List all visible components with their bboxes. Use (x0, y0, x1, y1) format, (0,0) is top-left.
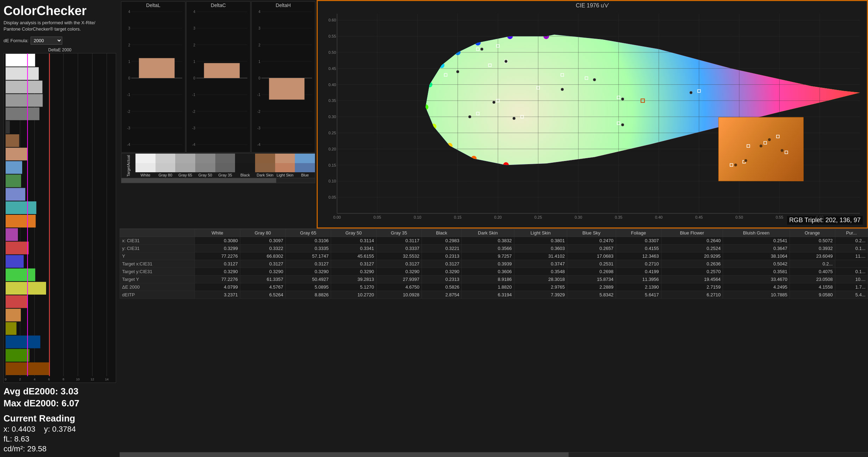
swatch-column: Gray 50 (195, 154, 215, 178)
cell: 2.9765 (514, 283, 567, 291)
column-header: Gray 35 (376, 229, 422, 237)
cell: 4.6750 (376, 283, 422, 291)
cell: 38.1064 (723, 252, 790, 260)
cell: 0.2698 (567, 268, 616, 275)
row-label: Target x:CIE31 (120, 260, 195, 268)
cell: 0.3127 (376, 260, 422, 268)
cell: 0.2470 (567, 237, 616, 244)
row-label: y: CIE31 (120, 244, 195, 252)
row-label-header (120, 229, 195, 237)
charts-row: DeltaL DeltaC DeltaH (121, 1, 315, 153)
cell: 0.2710 (616, 260, 661, 268)
swatch-column: White (135, 154, 156, 178)
column-header: Orange (790, 229, 835, 237)
swatch-colors: WhiteGray 80Gray 65Gray 50Gray 35BlackDa… (135, 154, 315, 178)
cell: 57.1747 (285, 252, 331, 260)
cell: 6.5264 (240, 291, 285, 298)
table-body: x: CIE310.30800.30970.31060.31140.31170.… (120, 237, 868, 298)
cell: 77.2276 (195, 252, 240, 260)
cell: 0.2... (835, 237, 868, 244)
cell: 0.5042 (723, 260, 790, 268)
column-header: Light Skin (514, 229, 567, 237)
de-formula-select[interactable]: 2000 1976 1994 CMC (31, 37, 62, 45)
current-fl: fL: 8.63 (4, 435, 116, 444)
cell: 0.3127 (422, 260, 461, 268)
swatches-scrollbar[interactable] (121, 178, 315, 183)
cell: 39.2813 (331, 275, 376, 283)
cell: 27.9397 (376, 275, 422, 283)
cell: 0.2983 (422, 237, 461, 244)
cell: 7.3929 (514, 291, 567, 298)
cell: 0.3127 (240, 260, 285, 268)
cell: 0.3290 (195, 268, 240, 275)
cell: 11.... (835, 252, 868, 260)
max-de2000: Max dE2000: 6.07 (4, 398, 116, 410)
swatch-label: Gray 65 (175, 172, 195, 178)
swatch-label: Gray 80 (156, 172, 176, 178)
swatch-column: Blue (295, 154, 315, 178)
cell: 31.4102 (514, 252, 567, 260)
cell: 50.4927 (285, 275, 331, 283)
cell: 77.2276 (195, 275, 240, 283)
cell: 0.3832 (462, 237, 514, 244)
cell: 0.3290 (331, 268, 376, 275)
swatch-target (295, 163, 315, 173)
table-scrollbar[interactable] (120, 452, 868, 457)
de-formula-label: dE Formula: (4, 38, 28, 43)
cell: 0.3581 (723, 268, 790, 275)
swatch-target (156, 163, 176, 173)
row-label: x: CIE31 (120, 237, 195, 244)
cell: 19.4564 (661, 275, 723, 283)
cell: 0.4075 (790, 268, 835, 275)
table-row: y: CIE310.32990.33220.33350.33410.33370.… (120, 244, 868, 252)
data-table: WhiteGray 80Gray 65Gray 50Gray 35BlackDa… (120, 229, 868, 299)
cell: 61.3357 (240, 275, 285, 283)
cell: 10.7885 (723, 291, 790, 298)
table-row: x: CIE310.30800.30970.31060.31140.31170.… (120, 237, 868, 244)
cell: 0.2524 (661, 244, 723, 252)
delta-h-chart: DeltaH (251, 1, 315, 153)
delta-l-inner (121, 9, 185, 153)
current-x: x: 0.4403 (4, 425, 36, 433)
cie-panel: CIE 1976 u'v' RGB Triplet: 202, 136, 97 (317, 0, 868, 228)
deltae-chart-title: DeltaE 2000 (4, 47, 116, 52)
cell: 0.2531 (567, 260, 616, 268)
delta-e-chart (4, 53, 116, 383)
swatch-target (195, 163, 215, 173)
swatch-actual (215, 154, 235, 163)
cell: 0.3080 (195, 237, 240, 244)
swatch-label: White (135, 172, 156, 178)
row-label: Y (120, 252, 195, 260)
swatch-side-labels: Actual Target (121, 154, 135, 178)
column-header: Gray 50 (331, 229, 376, 237)
table-row: Target x:CIE310.31270.31270.31270.31270.… (120, 260, 868, 268)
cell: 10.0928 (376, 291, 422, 298)
cell: 17.0683 (567, 252, 616, 260)
row-label: dEITP (120, 291, 195, 298)
cell: 0.3117 (376, 237, 422, 244)
cell: 2.2889 (567, 283, 616, 291)
de-formula-row: dE Formula: 2000 1976 1994 CMC (4, 37, 116, 45)
cell: 8.9186 (462, 275, 514, 283)
delta-l-chart: DeltaL (121, 1, 185, 153)
app-title: ColorChecker (4, 4, 116, 18)
row-label: Target Y (120, 275, 195, 283)
table-row: Target Y77.227661.335750.492739.281327.9… (120, 275, 868, 283)
cell: 0.3127 (285, 260, 331, 268)
cell: 1.8820 (462, 283, 514, 291)
cell: 0.3322 (240, 244, 285, 252)
cell: 6.3194 (462, 291, 514, 298)
cell: 23.6049 (790, 252, 835, 260)
cell: 45.6155 (331, 252, 376, 260)
swatch-label: Blue (295, 172, 315, 178)
swatch-actual (235, 154, 255, 163)
current-reading-title: Current Reading (4, 413, 116, 424)
column-header: Dark Skin (462, 229, 514, 237)
swatch-label: Light Skin (275, 172, 295, 178)
swatch-target (255, 163, 275, 173)
table-scroll[interactable]: WhiteGray 80Gray 65Gray 50Gray 35BlackDa… (120, 229, 868, 452)
cell: 20.9295 (661, 252, 723, 260)
column-header: Bluish Green (723, 229, 790, 237)
cell: 0.3307 (616, 237, 661, 244)
avg-de2000: Avg dE2000: 3.03 (4, 386, 116, 398)
